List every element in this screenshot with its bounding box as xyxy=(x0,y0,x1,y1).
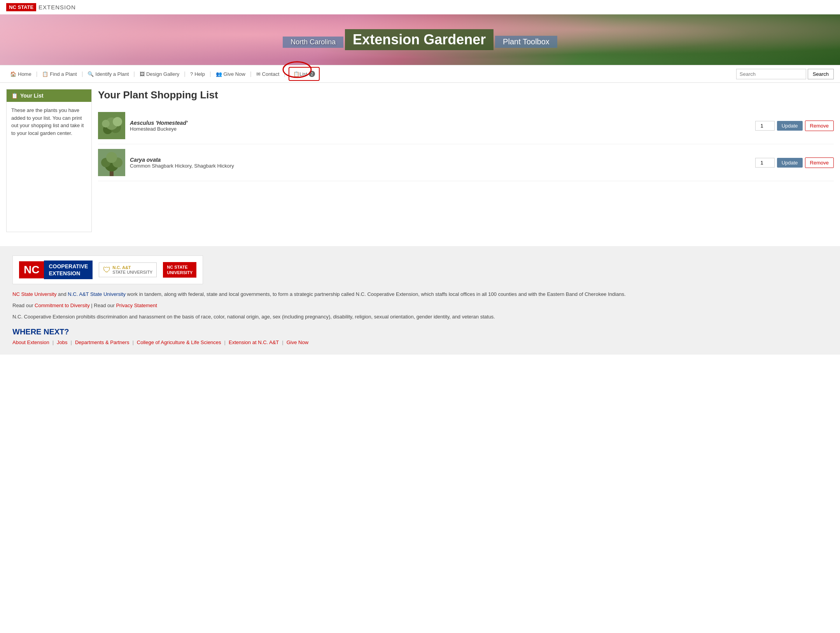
footer-nav-jobs[interactable]: Jobs xyxy=(57,339,67,345)
where-next-heading: WHERE NEXT? xyxy=(12,327,828,336)
hero-subtitle: North Carolina xyxy=(283,37,343,48)
plant-2-thumbnail xyxy=(98,149,125,176)
plant-1-quantity[interactable] xyxy=(755,121,775,131)
nav-home-label: Home xyxy=(18,71,32,77)
nav-find-plant[interactable]: 📋 Find a Plant xyxy=(38,67,80,81)
plant-1-controls: Update Remove xyxy=(755,121,834,131)
at-subtitle: STATE UNIVERSITY xyxy=(112,270,152,275)
ncstate-sm-label: NC STATE xyxy=(167,264,192,270)
plant-item: Carya ovata Common Shagbark Hickory, Sha… xyxy=(98,144,834,181)
plant-1-thumbnail xyxy=(98,112,125,139)
nav-find-plant-label: Find a Plant xyxy=(50,71,77,77)
hero-title: Extension Gardener xyxy=(345,29,494,50)
svg-point-12 xyxy=(106,152,117,163)
hero-text-box: North Carolina Extension Gardener Plant … xyxy=(283,28,557,52)
gallery-icon: 🖼 xyxy=(140,71,145,77)
nav-identify-plant[interactable]: 🔍 Identify a Plant xyxy=(84,67,133,81)
ncstate-logo-small: NC STATE UNIVERSITY xyxy=(163,262,196,278)
nav-design-gallery[interactable]: 🖼 Design Gallery xyxy=(136,67,183,81)
plant-1-common: Homestead Buckeye xyxy=(130,126,751,132)
contact-icon: ✉ xyxy=(256,71,261,77)
footer-nav-departments[interactable]: Departments & Partners xyxy=(75,339,129,345)
at-text: N.C. A&T STATE UNIVERSITY xyxy=(112,265,152,275)
sidebar-list-icon: 📋 xyxy=(11,93,18,99)
plant-1-info: Aesculus 'Homestead' Homestead Buckeye xyxy=(130,120,751,132)
footer: NC COOPERATIVE EXTENSION 🛡 N.C. A&T STAT… xyxy=(0,246,840,355)
footer-nav-links: About Extension | Jobs | Departments & P… xyxy=(12,339,828,345)
plant-2-remove-button[interactable]: Remove xyxy=(805,157,834,168)
plant-1-remove-button[interactable]: Remove xyxy=(805,121,834,131)
plant-item: Aesculus 'Homestead' Homestead Buckeye U… xyxy=(98,107,834,144)
plant-list-area: Your Plant Shopping List Aesculus 'Homes… xyxy=(98,89,834,232)
plant-1-update-button[interactable]: Update xyxy=(777,121,803,131)
discrimination-text: N.C. Cooperative Extension prohibits dis… xyxy=(12,313,828,321)
sidebar-body: These are the plants you have added to y… xyxy=(7,102,91,142)
nav-contact-label: Contact xyxy=(262,71,280,77)
extension-label: EXTENSION xyxy=(38,4,76,10)
plant-1-scientific: Aesculus 'Homestead' xyxy=(130,120,751,126)
main-nav: 🏠 Home | 📋 Find a Plant | 🔍 Identify a P… xyxy=(0,65,840,83)
nav-give-label: Give Now xyxy=(224,71,245,77)
help-icon: ? xyxy=(190,71,193,77)
ncstate-sm-sublabel: UNIVERSITY xyxy=(167,270,192,275)
nav-design-label: Design Gallery xyxy=(146,71,179,77)
site-header: NC STATE EXTENSION xyxy=(0,0,840,14)
svg-point-5 xyxy=(102,120,110,128)
nav-items: 🏠 Home | 📋 Find a Plant | 🔍 Identify a P… xyxy=(6,65,736,82)
nav-contact[interactable]: ✉ Contact xyxy=(252,67,284,81)
nav-help[interactable]: ? Help xyxy=(186,67,209,81)
at-logo: 🛡 N.C. A&T STATE UNIVERSITY xyxy=(99,262,157,277)
ncat-link[interactable]: N.C. A&T State University xyxy=(68,291,126,297)
coop-ext-text: COOPERATIVE EXTENSION xyxy=(44,261,93,279)
commitment-privacy-text: Read our Commitment to Diversity | Read … xyxy=(12,302,828,310)
nav-identify-label: Identify a Plant xyxy=(95,71,129,77)
ncstate-badge: NC STATE xyxy=(6,3,36,11)
coop-label: COOPERATIVE xyxy=(49,263,88,270)
page-title: Your Plant Shopping List xyxy=(98,89,834,101)
list-clipboard-icon: 📋 xyxy=(293,71,299,77)
nav-give-now[interactable]: 👥 Give Now xyxy=(212,67,249,81)
partnership-text: NC State University and N.C. A&T State U… xyxy=(12,290,828,299)
ncstate-link[interactable]: NC State University xyxy=(12,291,56,297)
nc-box: NC xyxy=(19,261,44,278)
nav-list-count: 2 xyxy=(309,71,315,77)
list-icon: 📋 xyxy=(42,71,48,77)
plant-2-update-button[interactable]: Update xyxy=(777,158,803,168)
search-input[interactable] xyxy=(736,69,806,79)
commitment-link[interactable]: Commitment to Diversity xyxy=(35,303,90,308)
footer-logos: NC COOPERATIVE EXTENSION 🛡 N.C. A&T STAT… xyxy=(12,255,203,284)
svg-point-6 xyxy=(113,117,122,126)
identify-icon: 🔍 xyxy=(88,71,94,77)
footer-nav-about[interactable]: About Extension xyxy=(12,339,49,345)
sidebar: 📋 Your List These are the plants you hav… xyxy=(6,89,92,232)
nav-home[interactable]: 🏠 Home xyxy=(6,67,35,81)
plant-2-quantity[interactable] xyxy=(755,158,775,168)
plant-2-scientific: Carya ovata xyxy=(130,157,751,163)
nav-list-label: List xyxy=(299,71,307,77)
plant-2-info: Carya ovata Common Shagbark Hickory, Sha… xyxy=(130,157,751,169)
at-university: N.C. A&T xyxy=(112,265,152,270)
footer-nav-ncat[interactable]: Extension at N.C. A&T xyxy=(229,339,279,345)
footer-nav-give[interactable]: Give Now xyxy=(287,339,308,345)
nav-help-label: Help xyxy=(194,71,205,77)
plant-2-image xyxy=(98,149,125,176)
ext-label: EXTENSION xyxy=(49,270,88,277)
plant-1-image xyxy=(98,112,125,139)
sidebar-title: Your List xyxy=(20,93,44,99)
at-shield-icon: 🛡 xyxy=(103,266,111,275)
nav-search-area: Search xyxy=(736,69,834,79)
home-icon: 🏠 xyxy=(10,71,16,77)
hero-banner: North Carolina Extension Gardener Plant … xyxy=(0,14,840,65)
sidebar-description: These are the plants you have added to y… xyxy=(11,107,87,137)
footer-nav-cals[interactable]: College of Agriculture & Life Sciences xyxy=(137,339,221,345)
hero-tool: Plant Toolbox xyxy=(495,36,557,48)
privacy-link[interactable]: Privacy Statement xyxy=(116,303,157,308)
sidebar-header: 📋 Your List xyxy=(7,89,91,102)
search-button[interactable]: Search xyxy=(808,69,834,79)
main-content: 📋 Your List These are the plants you hav… xyxy=(0,83,840,238)
plant-2-common: Common Shagbark Hickory, Shagbark Hickor… xyxy=(130,163,751,169)
plant-2-controls: Update Remove xyxy=(755,157,834,168)
nav-list-wrapper: 📋 List 2 xyxy=(286,65,322,82)
nav-list-button[interactable]: 📋 List 2 xyxy=(289,67,320,81)
give-icon: 👥 xyxy=(216,71,222,77)
